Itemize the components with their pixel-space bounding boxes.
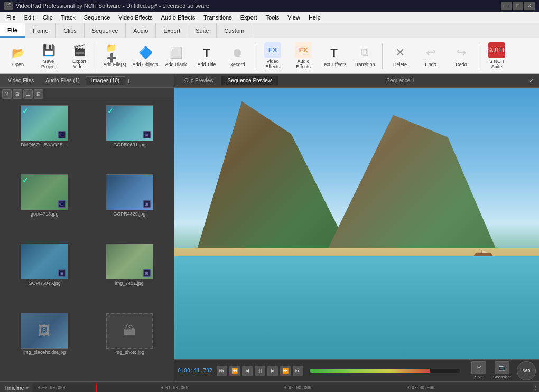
thumb-overlay: ⊞	[58, 269, 66, 277]
forward-button[interactable]: ▶	[267, 366, 278, 376]
volume-bar[interactable]: -42 -36 -30 -24 -18 -12 -6 0	[310, 369, 460, 373]
right-panel: Clip Preview Sequence Preview Sequence 1…	[174, 74, 539, 381]
360-icon[interactable]: 360	[517, 361, 536, 380]
snapshot-label: Snapshot	[493, 375, 511, 379]
menu-transitions[interactable]: Transitions	[199, 13, 236, 22]
menu-sequence[interactable]: Sequence	[80, 13, 115, 22]
add-blank-button[interactable]: ⬜ Add Blank	[161, 41, 191, 71]
minimize-button[interactable]: ─	[501, 2, 512, 10]
snapshot-button[interactable]: 📷 Snapshot	[491, 361, 513, 380]
list-item[interactable]: ⊞ img_7411.jpg	[87, 241, 172, 310]
right-tools: ✂ Split 📷 Snapshot 360	[468, 361, 536, 380]
menu-video-effects[interactable]: Video Effects	[114, 13, 156, 22]
menu-view[interactable]: View	[283, 13, 304, 22]
audio-effects-button[interactable]: FX Audio Effects	[289, 41, 318, 71]
titlebar-controls[interactable]: ─ □ ✕	[501, 2, 535, 10]
tab-suite[interactable]: Suite	[188, 23, 217, 38]
thumb-overlay: ⊞	[143, 200, 151, 208]
toolbar-separator-4	[479, 43, 479, 69]
file-toolbar: ✕ ⊞ ☰ ⊟	[0, 88, 174, 100]
add-objects-button[interactable]: 🔷 Add Objects	[131, 41, 160, 71]
image-name: GOPR5045.jpg	[29, 281, 61, 286]
file-view2-button[interactable]: ☰	[23, 89, 33, 99]
menu-export[interactable]: Export	[236, 13, 262, 22]
menu-file[interactable]: File	[2, 13, 20, 22]
undo-button[interactable]: ↩ Undo	[416, 41, 445, 71]
top-tab-bar: File Home Clips Sequence Audio Export Su…	[0, 23, 539, 38]
list-item[interactable]: 🏔 img_photo.jpg	[87, 310, 172, 379]
maximize-button[interactable]: □	[513, 2, 523, 10]
export-icon: 🎬	[71, 42, 88, 58]
menu-track[interactable]: Track	[57, 13, 80, 22]
preview-tab-bar: Clip Preview Sequence Preview Sequence 1…	[174, 74, 539, 88]
tab-export[interactable]: Export	[156, 23, 188, 38]
save-project-button[interactable]: 💾 Save Project	[34, 41, 63, 71]
add-title-button[interactable]: T Add Title	[192, 41, 221, 71]
image-thumb: ⊞	[106, 174, 153, 210]
titlebar-left: 🎬 VideoPad Professional by NCH Software …	[4, 2, 209, 10]
list-item[interactable]: ✓ ⊞ GOPR0691.jpg	[87, 102, 172, 172]
tab-file[interactable]: File	[0, 23, 25, 38]
rewind-button[interactable]: ◀	[242, 366, 253, 376]
tab-sequence[interactable]: Sequence	[85, 23, 126, 38]
video-effects-button[interactable]: FX Video Effects	[258, 41, 287, 71]
redo-button[interactable]: ↪ Redo	[447, 41, 476, 71]
image-thumb: ⊞	[106, 244, 153, 279]
list-item[interactable]: ⊞ GOPR5045.jpg	[2, 241, 87, 310]
tab-video-files[interactable]: Video Files	[2, 76, 40, 85]
delete-icon: ✕	[392, 44, 408, 61]
tab-clip-preview[interactable]: Clip Preview	[178, 76, 221, 85]
timeline-dropdown-icon[interactable]: ▾	[26, 385, 29, 391]
image-name: img_photo.jpg	[114, 350, 144, 355]
list-item[interactable]: 🖼 img_placeholder.jpg	[2, 310, 87, 379]
menu-tools[interactable]: Tools	[262, 13, 284, 22]
file-sort-button[interactable]: ⊟	[34, 89, 43, 99]
svg-rect-1	[481, 250, 481, 254]
file-view1-button[interactable]: ⊞	[13, 89, 22, 99]
skip-start-button[interactable]: ⏮	[217, 366, 227, 376]
expand-icon[interactable]: ⤢	[527, 76, 536, 85]
delete-button[interactable]: ✕ Delete	[385, 41, 415, 71]
export-video-button[interactable]: 🎬 Export Video	[64, 41, 94, 71]
prev-frame-button[interactable]: ⏪	[229, 366, 240, 376]
next-frame-button[interactable]: ⏩	[280, 366, 291, 376]
list-item[interactable]: ⊞ GOPR4829.jpg	[87, 172, 172, 241]
menu-audio-effects[interactable]: Audio Effects	[157, 13, 200, 22]
tab-images[interactable]: Images (10)	[86, 76, 125, 85]
timeline-scroll-right[interactable]: ⟩	[533, 385, 539, 391]
tab-sequence-preview[interactable]: Sequence Preview	[221, 76, 278, 85]
text-effects-button[interactable]: T Text Effects	[319, 41, 349, 71]
tab-audio[interactable]: Audio	[126, 23, 156, 38]
file-delete-button[interactable]: ✕	[2, 89, 12, 99]
close-button[interactable]: ✕	[524, 2, 535, 10]
nch-suite-button[interactable]: SUITE S NCH Suite	[482, 41, 512, 71]
image-name: img_placeholder.jpg	[23, 350, 66, 355]
menu-help[interactable]: Help	[304, 13, 325, 22]
open-button[interactable]: 📂 Open	[3, 41, 33, 71]
record-label: Record	[229, 62, 245, 68]
menu-clip[interactable]: Clip	[39, 13, 57, 22]
tab-custom[interactable]: Custom	[217, 23, 252, 38]
menu-edit[interactable]: Edit	[20, 13, 39, 22]
add-files-button[interactable]: 📁➕ Add File(s)	[100, 41, 129, 71]
tab-clips[interactable]: Clips	[56, 23, 84, 38]
list-item[interactable]: ✓ ⊞ gopr4718.jpg	[2, 172, 87, 241]
split-button[interactable]: ✂ Split	[468, 361, 489, 380]
skip-end-button[interactable]: ⏭	[293, 366, 303, 376]
list-item[interactable]: ✓ ⊞ DMQt6CiUEAAO2ET.jpg	[2, 102, 87, 172]
play-pause-button[interactable]: ⏸	[255, 366, 265, 376]
add-tab-button[interactable]: +	[126, 77, 131, 85]
snapshot-icon: 📷	[495, 361, 509, 374]
tab-home[interactable]: Home	[25, 23, 56, 38]
360-button-wrapper[interactable]: 360	[517, 361, 536, 380]
transition-button[interactable]: ⧉ Transition	[350, 41, 379, 71]
svg-marker-2	[482, 250, 488, 253]
image-name: DMQt6CiUEAAO2ET.jpg	[21, 142, 68, 147]
record-icon: ⏺	[229, 44, 246, 61]
ruler-tick-2: 0:02:00.000	[283, 386, 311, 390]
image-thumb: ✓ ⊞	[21, 174, 68, 210]
split-label: Split	[475, 375, 483, 379]
tab-audio-files[interactable]: Audio Files (1)	[40, 76, 85, 85]
record-button[interactable]: ⏺ Record	[222, 41, 252, 71]
menubar: File Edit Clip Track Sequence Video Effe…	[0, 12, 539, 23]
